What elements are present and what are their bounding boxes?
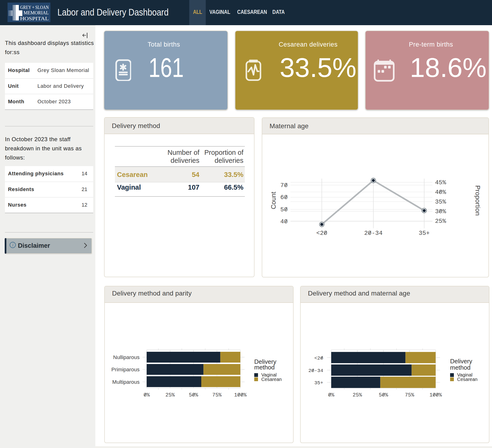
svg-text:i: i [12,243,13,247]
svg-text:50: 50 [280,206,288,213]
svg-text:25%: 25% [353,392,362,398]
svg-text:Primiparous: Primiparous [111,367,140,372]
svg-text:60: 60 [280,194,288,201]
svg-text:Cesarean: Cesarean [457,377,478,382]
svg-text:Nulliparous: Nulliparous [113,354,140,360]
svg-text:Count: Count [270,191,277,209]
svg-text:40: 40 [280,218,288,225]
svg-text:Cesarean: Cesarean [261,377,282,382]
svg-text:Multiparous: Multiparous [112,379,140,385]
svg-text:MEMORIAL: MEMORIAL [23,10,49,15]
svg-text:100%: 100% [234,392,247,398]
svg-text:<20: <20 [314,356,323,361]
svg-text:70: 70 [280,182,288,189]
svg-text:50%: 50% [379,392,388,398]
svg-text:HOSPITAL: HOSPITAL [20,16,49,21]
svg-text:75%: 75% [212,392,222,398]
svg-text:20-34: 20-34 [308,368,323,373]
svg-text:35+: 35+ [419,230,430,237]
svg-text:40%: 40% [435,189,446,196]
svg-text:Proportion: Proportion [474,185,482,216]
svg-text:45%: 45% [435,179,446,186]
svg-text:<20: <20 [316,230,328,237]
svg-text:GREY + SLOAN: GREY + SLOAN [20,5,49,10]
svg-text:Delivery: Delivery [450,358,472,365]
svg-text:75%: 75% [405,392,414,398]
svg-text:30%: 30% [435,208,446,215]
svg-text:100%: 100% [429,392,442,398]
svg-text:25%: 25% [435,218,446,225]
svg-text:35+: 35+ [314,380,323,386]
svg-text:method: method [450,364,471,371]
svg-text:method: method [254,364,275,371]
svg-text:50%: 50% [189,392,198,398]
svg-text:20-34: 20-34 [364,230,382,237]
svg-text:35%: 35% [435,198,446,205]
svg-text:25%: 25% [165,392,175,398]
